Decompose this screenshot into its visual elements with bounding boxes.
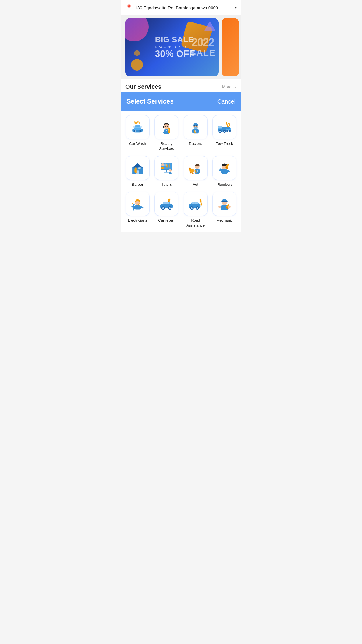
service-label-car-repair: Car repair <box>158 218 175 223</box>
electricians-icon <box>126 192 150 216</box>
svg-rect-53 <box>139 167 139 169</box>
svg-rect-90 <box>132 203 132 204</box>
svg-point-6 <box>135 130 136 132</box>
address-text: 130 Egodawatta Rd, Boralesgamuwa 0009... <box>135 5 232 10</box>
service-item-car-wash[interactable]: Car Wash <box>124 115 151 151</box>
svg-point-11 <box>138 122 140 124</box>
service-item-barber[interactable]: Barber <box>124 156 151 187</box>
service-item-road-assistance[interactable]: Road Assistance <box>182 192 209 228</box>
svg-rect-103 <box>192 202 195 204</box>
service-item-beauty-services[interactable]: Beauty Services <box>153 115 180 151</box>
service-label-car-wash: Car Wash <box>129 141 146 146</box>
svg-point-12 <box>134 121 136 123</box>
svg-rect-52 <box>138 167 139 169</box>
svg-rect-36 <box>218 126 222 128</box>
car-wash-icon <box>126 115 150 139</box>
svg-point-106 <box>191 207 193 209</box>
svg-rect-89 <box>134 203 134 204</box>
service-label-electricians: Electricians <box>128 218 147 223</box>
svg-rect-21 <box>169 129 169 129</box>
more-link[interactable]: More → <box>222 85 237 89</box>
banner-area: BIG SALE DISCOUNT UP TO 30% OFF 2022 SAL… <box>121 15 241 79</box>
svg-point-98 <box>162 207 164 209</box>
cancel-button[interactable]: Cancel <box>217 98 236 105</box>
svg-point-8 <box>139 130 140 132</box>
svg-rect-64 <box>169 164 169 167</box>
svg-point-73 <box>190 172 191 174</box>
svg-point-45 <box>226 130 227 131</box>
svg-point-30 <box>194 125 195 126</box>
service-label-road-assistance: Road Assistance <box>182 218 209 228</box>
svg-rect-50 <box>134 168 135 172</box>
svg-rect-78 <box>196 171 198 171</box>
svg-point-74 <box>192 172 194 174</box>
svg-point-66 <box>169 169 172 172</box>
car-repair-icon <box>154 192 178 216</box>
service-item-plumbers[interactable]: Plumbers <box>211 156 238 187</box>
banner-year: 2022 SALE <box>190 37 216 58</box>
svg-rect-95 <box>163 202 166 204</box>
svg-rect-113 <box>221 201 228 202</box>
svg-rect-59 <box>164 172 169 172</box>
svg-point-108 <box>196 207 198 209</box>
svg-point-65 <box>164 163 168 166</box>
service-item-vet[interactable]: Vet <box>182 156 209 187</box>
svg-point-79 <box>191 168 195 172</box>
service-item-electricians[interactable]: Electricians <box>124 192 151 228</box>
service-label-beauty-services: Beauty Services <box>153 141 180 151</box>
services-title: Our Services <box>125 83 161 90</box>
plumbers-icon <box>212 156 236 180</box>
select-services-panel: Select Services Cancel Car Wash <box>121 92 241 232</box>
select-services-header: Select Services Cancel <box>121 92 241 111</box>
service-label-doctors: Doctors <box>189 141 202 146</box>
service-item-tutors[interactable]: Tutors <box>153 156 180 187</box>
svg-rect-63 <box>168 165 168 167</box>
svg-rect-3 <box>133 126 135 128</box>
service-item-mechanic[interactable]: Mechanic <box>211 192 238 228</box>
service-label-mechanic: Mechanic <box>216 218 233 223</box>
select-services-title: Select Services <box>126 98 173 105</box>
svg-rect-23 <box>169 130 169 131</box>
doctors-icon <box>184 115 208 139</box>
svg-rect-2 <box>134 128 141 130</box>
service-label-barber: Barber <box>132 182 143 187</box>
address-bar[interactable]: 📍 130 Egodawatta Rd, Boralesgamuwa 0009.… <box>121 0 241 15</box>
banner-card-secondary[interactable] <box>222 18 239 76</box>
svg-point-27 <box>194 132 196 133</box>
svg-rect-20 <box>169 128 169 128</box>
service-item-tow-truck[interactable]: Tow Truck <box>211 115 238 151</box>
chevron-down-icon: ▾ <box>235 5 237 10</box>
pin-icon: 📍 <box>125 4 133 11</box>
svg-rect-43 <box>226 127 230 129</box>
svg-rect-4 <box>140 126 142 128</box>
service-label-plumbers: Plumbers <box>217 182 233 187</box>
svg-point-41 <box>224 131 225 132</box>
svg-rect-29 <box>194 127 197 129</box>
svg-rect-104 <box>195 202 198 204</box>
svg-rect-54 <box>140 167 140 169</box>
svg-rect-55 <box>140 167 141 169</box>
barber-icon <box>126 156 150 180</box>
mechanic-icon <box>212 192 236 216</box>
svg-point-70 <box>195 172 196 173</box>
service-item-car-repair[interactable]: Car repair <box>153 192 180 228</box>
svg-rect-49 <box>135 167 137 173</box>
svg-rect-25 <box>169 132 169 132</box>
tutors-icon <box>154 156 178 180</box>
service-label-tow-truck: Tow Truck <box>216 141 233 146</box>
svg-rect-88 <box>132 203 133 204</box>
service-label-tutors: Tutors <box>161 182 172 187</box>
svg-rect-91 <box>134 204 135 205</box>
svg-rect-85 <box>134 205 141 210</box>
svg-rect-33 <box>194 131 197 131</box>
svg-point-17 <box>165 126 166 127</box>
svg-rect-67 <box>169 172 172 174</box>
services-grid: Car Wash Beauty Services <box>121 111 241 232</box>
svg-rect-116 <box>228 206 231 208</box>
service-label-vet: Vet <box>193 182 198 187</box>
service-item-doctors[interactable]: Doctors <box>182 115 209 151</box>
tow-truck-icon <box>212 115 236 139</box>
services-header: Our Services More → <box>121 79 241 92</box>
banner-text: BIG SALE DISCOUNT UP TO 30% OFF <box>149 36 195 59</box>
banner-card[interactable]: BIG SALE DISCOUNT UP TO 30% OFF 2022 SAL… <box>125 18 219 76</box>
